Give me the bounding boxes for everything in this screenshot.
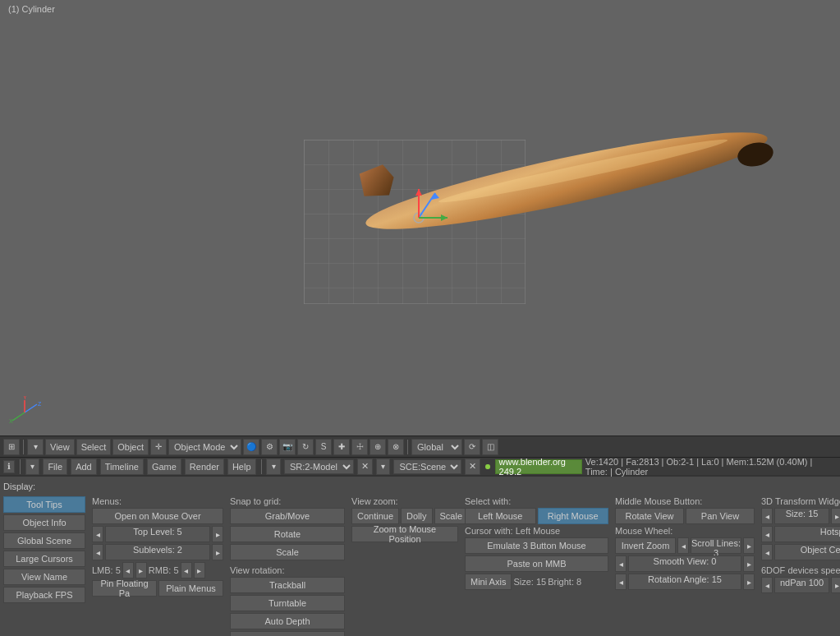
props-icon[interactable]: ⚙ — [261, 439, 278, 455]
view-menu-btn[interactable]: View — [45, 439, 75, 455]
info-icon-btn[interactable]: ℹ — [3, 460, 15, 473]
global-pivot-btn[interactable]: Global Pivot — [230, 631, 345, 636]
size-inc[interactable]: ▸ — [831, 508, 840, 524]
lmb-inc[interactable]: ▸ — [135, 562, 147, 578]
sr-clear-btn[interactable]: ✕ — [357, 459, 373, 475]
sublevels-inc[interactable]: ▸ — [212, 544, 223, 560]
top-level-field[interactable]: Top Level: 5 — [105, 526, 210, 542]
smooth-inc[interactable]: ▸ — [743, 555, 755, 572]
paste-mmb-btn[interactable]: Paste on MMB — [465, 555, 608, 572]
obj-center-dec[interactable]: ◂ — [761, 544, 773, 560]
cursor-with-label: Cursor with: Left Mouse — [465, 526, 608, 536]
dolly-btn[interactable]: Dolly — [401, 508, 432, 524]
file-menu-btn[interactable]: File — [43, 459, 67, 475]
trackball-btn[interactable]: Trackball — [230, 577, 345, 593]
global-icon[interactable]: ⟳ — [464, 439, 480, 455]
turntable-btn[interactable]: Turntable — [230, 595, 345, 611]
widget-icon[interactable]: ◫ — [482, 439, 498, 455]
sublevels-dec[interactable]: ◂ — [92, 544, 103, 560]
object-info-btn[interactable]: Object Info — [3, 514, 85, 531]
select-menu-btn[interactable]: Select — [76, 439, 112, 455]
auto-depth-btn[interactable]: Auto Depth — [230, 613, 345, 629]
ndpan-inc[interactable]: ▸ — [831, 577, 840, 593]
scene-clear-btn[interactable]: ✕ — [465, 459, 480, 475]
scroll-dec[interactable]: ◂ — [677, 537, 689, 554]
view-name-btn[interactable]: View Name — [3, 569, 85, 585]
timeline-menu-btn[interactable]: Timeline — [100, 459, 144, 475]
scale-zoom-btn[interactable]: Scale — [434, 508, 469, 524]
pin-floating-btn[interactable]: Pin Floating Pa — [92, 580, 157, 597]
add-menu-btn[interactable]: Add — [71, 459, 97, 475]
hotspot-dec[interactable]: ◂ — [761, 526, 773, 542]
object-name-label: (1) Cylinder — [8, 4, 55, 14]
hotspot-field[interactable]: Hotspot: 14 — [774, 526, 840, 542]
playback-fps-btn[interactable]: Playback FPS — [3, 587, 85, 603]
lmb-dec[interactable]: ◂ — [122, 562, 134, 578]
game-menu-btn[interactable]: Game — [147, 459, 181, 475]
rotate-snap-btn[interactable]: Rotate — [230, 526, 345, 542]
snap-icon[interactable]: 🔵 — [243, 439, 259, 455]
transform-gizmo[interactable] — [394, 177, 460, 242]
continue-btn[interactable]: Continue — [351, 508, 399, 524]
smooth-dec[interactable]: ◂ — [615, 555, 627, 572]
sr-chevron[interactable]: ▾ — [266, 459, 280, 475]
global-scene-btn[interactable]: Global Scene — [3, 532, 85, 549]
smooth-field[interactable]: Smooth View: 0 — [628, 555, 741, 572]
rotation-angle-row: ◂ Rotation Angle: 15 ▸ — [615, 574, 755, 590]
pan-view-btn[interactable]: Pan View — [686, 508, 755, 524]
mini-axis-btn[interactable]: Mini Axis — [465, 574, 512, 590]
sublevels-field[interactable]: Sublevels: 2 — [105, 544, 210, 560]
scene-chevron[interactable]: ▾ — [376, 459, 390, 475]
render-menu-btn[interactable]: Render — [185, 459, 224, 475]
invert-zoom-btn[interactable]: Invert Zoom — [615, 537, 676, 554]
ndpan-dec[interactable]: ◂ — [761, 577, 773, 593]
move-icon[interactable]: ✚ — [333, 439, 350, 455]
svg-text:Z: Z — [38, 401, 41, 407]
top-level-inc[interactable]: ▸ — [212, 526, 223, 542]
info-chevron[interactable]: ▾ — [25, 459, 39, 475]
scroll-inc[interactable]: ▸ — [743, 537, 755, 554]
render-icon[interactable]: 📷 — [279, 439, 296, 455]
chevron-down-icon[interactable]: ▾ — [27, 439, 44, 455]
mode-select[interactable]: Object Mode Edit Mode Sculpt Mode — [168, 439, 241, 455]
rot-dec[interactable]: ◂ — [615, 574, 627, 590]
scale-snap-btn[interactable]: Scale — [230, 544, 345, 560]
right-mouse-btn[interactable]: Right Mouse — [538, 508, 609, 524]
tool-tips-btn[interactable]: Tool Tips — [3, 496, 85, 513]
size-dec[interactable]: ◂ — [761, 508, 773, 524]
left-mouse-btn[interactable]: Left Mouse — [465, 508, 536, 524]
rotate-icon[interactable]: ↻ — [297, 439, 314, 455]
emulate-3btn-btn[interactable]: Emulate 3 Button Mouse — [465, 537, 608, 554]
blender-url-btn[interactable]: www.blender.org 249.2 — [495, 459, 582, 474]
grab-move-btn[interactable]: Grab/Move — [230, 508, 345, 524]
scroll-field[interactable]: Scroll Lines: 3 — [691, 537, 741, 554]
sr-select[interactable]: SR:2-Model — [284, 459, 354, 474]
large-cursors-btn[interactable]: Large Cursors — [3, 551, 85, 567]
ndpan-field[interactable]: ndPan 100 — [774, 577, 829, 593]
grid-icon-btn[interactable]: ⊞ — [3, 439, 20, 455]
global-select[interactable]: Global Local Normal — [411, 439, 462, 455]
cursor-icon[interactable]: ✛ — [150, 439, 167, 455]
settings-col-widget: 3D Transform Widget: ◂ Size: 15 ▸ ◂ Hand… — [761, 496, 840, 593]
cursor-tools-icon[interactable]: ☩ — [351, 439, 368, 455]
rmb-inc[interactable]: ▸ — [194, 562, 205, 578]
help-menu-btn[interactable]: Help — [227, 459, 256, 475]
rmb-dec[interactable]: ◂ — [181, 562, 192, 578]
top-level-dec[interactable]: ◂ — [92, 526, 103, 542]
view-zoom-label: View zoom: — [351, 496, 458, 506]
zoom-mouse-pos-btn[interactable]: Zoom to Mouse Position — [351, 526, 458, 542]
rot-inc[interactable]: ▸ — [743, 574, 755, 590]
obj-center-field[interactable]: Object Center Size: 6 — [774, 544, 840, 560]
viewport-3d[interactable]: (1) Cylinder — [0, 0, 840, 436]
separator-2 — [407, 440, 408, 454]
scale-icon[interactable]: S — [315, 439, 332, 455]
tool3-icon[interactable]: ⊕ — [370, 439, 386, 455]
scene-select[interactable]: SCE:Scene — [393, 459, 461, 474]
plain-menus-btn[interactable]: Plain Menus — [158, 580, 223, 597]
object-menu-btn[interactable]: Object — [112, 439, 149, 455]
open-mouse-over-btn[interactable]: Open on Mouse Over — [92, 508, 223, 524]
size-field[interactable]: Size: 15 — [774, 508, 829, 524]
tool4-icon[interactable]: ⊗ — [388, 439, 404, 455]
rotate-view-btn[interactable]: Rotate View — [615, 508, 684, 524]
rot-field[interactable]: Rotation Angle: 15 — [628, 574, 741, 590]
